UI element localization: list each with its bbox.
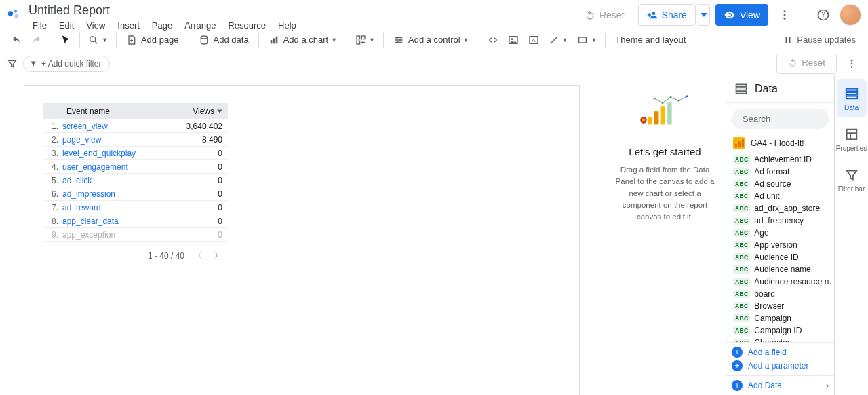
tab-filterbar[interactable]: Filter bar [837, 161, 867, 199]
theme-layout-button[interactable]: Theme and layout [610, 30, 691, 50]
add-quick-filter-chip[interactable]: + Add quick filter [23, 56, 110, 72]
more-options-button[interactable] [774, 4, 795, 26]
field-item[interactable]: ABCboard [726, 288, 834, 300]
field-item[interactable]: ABCAudience resource n… [726, 276, 834, 288]
shape-button[interactable]: ▼ [573, 30, 601, 50]
app-logo[interactable] [5, 5, 22, 22]
field-label: ad_frequency [754, 216, 804, 225]
field-label: ad_drx_app_store [754, 204, 820, 213]
table-row[interactable]: 7.ad_reward0 [43, 201, 228, 214]
eye-icon [724, 9, 736, 21]
field-item[interactable]: ABCBrowser [726, 300, 834, 312]
table-row[interactable]: 9.app_exception0 [43, 228, 228, 242]
tab-properties[interactable]: Properties [837, 120, 867, 158]
pause-updates-button[interactable]: Pause updates [776, 32, 863, 48]
filter-reset-button[interactable]: Reset [776, 54, 837, 74]
undo-button[interactable] [5, 30, 26, 50]
report-page[interactable]: Event name Views 1.screen_view3,640,4022… [24, 85, 580, 395]
row-index: 4. [43, 162, 62, 172]
add-chart-button[interactable]: Add a chart▼ [263, 30, 342, 50]
text-button[interactable]: A [524, 30, 543, 50]
table-row[interactable]: 1.screen_view3,640,402 [43, 119, 228, 133]
field-item[interactable]: ABCAchievement ID [726, 153, 834, 166]
field-item[interactable]: ABCad_drx_app_store [726, 202, 834, 214]
add-parameter-button[interactable]: +Add a parameter [732, 360, 829, 371]
table-row[interactable]: 4.user_engagement0 [43, 160, 228, 174]
tab-properties-label: Properties [836, 145, 867, 152]
share-button[interactable]: Share [638, 4, 696, 26]
field-item[interactable]: ABCCharacter [726, 337, 834, 342]
add-page-button[interactable]: Add page [121, 30, 184, 50]
table-row[interactable]: 6.ad_impression0 [43, 187, 228, 201]
redo-button[interactable] [27, 30, 47, 50]
zoom-tool[interactable]: ▼ [84, 30, 112, 50]
table-row[interactable]: 5.ad_click0 [43, 174, 228, 187]
share-dropdown[interactable] [698, 4, 710, 26]
community-viz-button[interactable]: ▼ [351, 30, 379, 50]
svg-point-4 [784, 14, 786, 16]
account-avatar[interactable] [840, 4, 861, 26]
svg-line-9 [95, 41, 97, 43]
canvas-table[interactable]: Event name Views 1.screen_view3,640,4022… [43, 103, 228, 264]
filter-more-button[interactable] [842, 54, 861, 73]
pager-next[interactable]: 〉 [212, 247, 225, 264]
col-event-name[interactable]: Event name [66, 107, 193, 116]
report-canvas[interactable]: Event name Views 1.screen_view3,640,4022… [0, 75, 604, 395]
filter-icon[interactable] [7, 58, 18, 69]
pager-prev[interactable]: 〈 [191, 247, 205, 264]
embed-button[interactable] [484, 30, 502, 50]
help-button[interactable]: ? [812, 4, 834, 26]
svg-point-36 [642, 119, 645, 122]
field-item[interactable]: ABCCampaign [726, 312, 834, 324]
add-data-button[interactable]: Add data [193, 30, 254, 50]
field-label: Campaign [754, 314, 791, 323]
image-icon [508, 35, 519, 45]
field-item[interactable]: ABCAge [726, 227, 834, 239]
tab-filterbar-label: Filter bar [838, 185, 865, 193]
field-label: Audience name [754, 265, 810, 274]
field-item[interactable]: ABCAudience name [726, 263, 834, 276]
field-item[interactable]: ABCad_frequency [726, 214, 834, 227]
svg-point-19 [397, 41, 399, 43]
table-row[interactable]: 8.app_clear_data0 [43, 214, 228, 228]
data-panel-icon [734, 82, 748, 96]
add-control-label: Add a control [408, 35, 460, 45]
view-button[interactable]: View [715, 4, 768, 26]
field-item[interactable]: ABCAudience ID [726, 251, 834, 263]
row-views: 0 [175, 149, 222, 158]
field-search[interactable] [732, 109, 829, 129]
table-row[interactable]: 3.level_end_quickplay0 [43, 147, 228, 160]
col-views[interactable]: Views [193, 107, 222, 116]
field-list[interactable]: ABCAchievement IDABCAd formatABCAd sourc… [726, 153, 834, 342]
separator [804, 5, 804, 24]
datasource-row[interactable]: GA4 - Flood-It! [726, 133, 834, 153]
row-views: 0 [175, 203, 222, 212]
rect-icon [577, 35, 588, 45]
filter-reset-label: Reset [802, 58, 825, 68]
field-item[interactable]: ABCCampaign ID [726, 324, 834, 337]
tab-data[interactable]: Data [837, 79, 867, 117]
database-icon [199, 35, 210, 45]
svg-point-41 [686, 95, 688, 97]
add-field-button[interactable]: +Add a field [732, 347, 829, 358]
line-button[interactable]: ▼ [545, 30, 572, 50]
table-row[interactable]: 2.page_view8,490 [43, 133, 228, 147]
abc-badge: ABC [733, 302, 750, 310]
add-control-button[interactable]: Add a control▼ [388, 30, 475, 50]
abc-badge: ABC [733, 217, 750, 225]
field-item[interactable]: ABCApp version [726, 239, 834, 251]
field-item[interactable]: ABCAd format [726, 166, 834, 178]
more-vert-icon [778, 9, 791, 21]
image-button[interactable] [504, 30, 523, 50]
right-tab-strip: Data Properties Filter bar [834, 75, 868, 395]
field-item[interactable]: ABCAd unit [726, 190, 834, 202]
svg-rect-31 [648, 117, 652, 124]
select-tool[interactable] [56, 30, 75, 50]
row-event-name: user_engagement [62, 162, 175, 172]
top-reset-button[interactable]: Reset [576, 4, 633, 26]
row-views: 0 [175, 162, 222, 172]
add-data-source-button[interactable]: + Add Data › [726, 375, 834, 395]
doc-title[interactable]: Untitled Report [27, 3, 571, 18]
pager-label: 1 - 40 / 40 [148, 251, 184, 261]
field-item[interactable]: ABCAd source [726, 178, 834, 190]
